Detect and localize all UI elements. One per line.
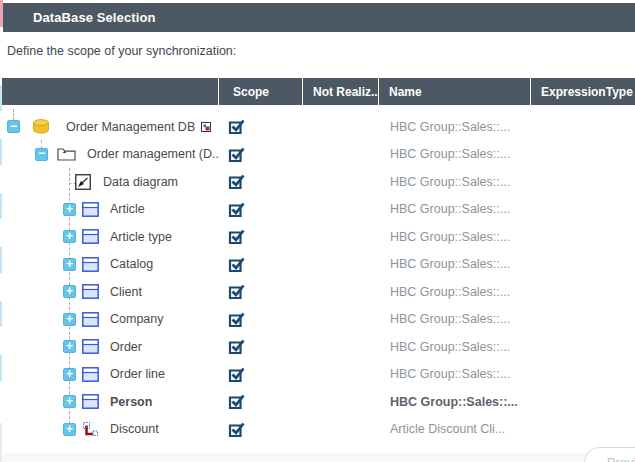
tree-item-label: Order management (D... — [87, 147, 218, 161]
table-icon — [82, 339, 99, 354]
scope-checkbox[interactable] — [228, 366, 245, 383]
expand-expander-icon[interactable] — [63, 203, 76, 216]
tree-row-company[interactable]: Company HBC Group::Sales::... — [2, 306, 635, 334]
expand-expander-icon[interactable] — [63, 313, 76, 326]
tree-item-label: Client — [110, 285, 142, 299]
tree-item-label: Company — [110, 312, 164, 326]
tree-row-order-management-db[interactable]: Order Management DB HBC Group::Sales::..… — [2, 113, 635, 141]
expression-type-cell — [530, 306, 635, 334]
name-cell: HBC Group::Sales::... — [378, 333, 530, 361]
tree-row-client[interactable]: Client HBC Group::Sales::... — [2, 278, 635, 306]
scope-cell — [218, 278, 302, 306]
not-realized-cell — [302, 223, 378, 251]
tree-item-label: Catalog — [110, 257, 153, 271]
tree-item-label: Discount — [110, 422, 159, 436]
scope-checkbox[interactable] — [228, 256, 245, 273]
name-cell: HBC Group::Sales::... — [378, 361, 530, 389]
scope-checkbox[interactable] — [228, 201, 245, 218]
scope-checkbox[interactable] — [228, 421, 245, 438]
tree-row-article[interactable]: Article HBC Group::Sales::... — [2, 196, 635, 224]
scope-checkbox[interactable] — [228, 173, 245, 190]
scope-checkbox[interactable] — [228, 283, 245, 300]
tree-item-label: Data diagram — [103, 175, 178, 189]
dialog-title-bar: DataBase Selection — [3, 3, 635, 32]
tree-cell: Discount — [2, 416, 218, 444]
scope-cell — [218, 388, 302, 416]
expression-type-cell — [530, 278, 635, 306]
view-icon — [82, 421, 99, 437]
expand-expander-icon[interactable] — [63, 395, 76, 408]
scope-checkbox[interactable] — [228, 311, 245, 328]
table-body: Order Management DB HBC Group::Sales::..… — [2, 113, 635, 443]
collapse-expander-icon[interactable] — [35, 148, 48, 161]
name-cell: HBC Group::Sales::... — [378, 223, 530, 251]
expression-type-cell — [530, 361, 635, 389]
tree-row-person[interactable]: Person HBC Group::Sales::... — [2, 388, 635, 416]
expression-type-cell — [530, 333, 635, 361]
tree-cell: Order — [2, 333, 218, 361]
tree-item-label: Order — [110, 340, 142, 354]
name-cell: HBC Group::Sales::... — [378, 251, 530, 279]
tree-cell: Order line — [2, 361, 218, 389]
scope-checkbox[interactable] — [228, 393, 245, 410]
scope-cell — [218, 141, 302, 169]
expression-type-cell — [530, 388, 635, 416]
tree-cell: Catalog — [2, 251, 218, 279]
expand-expander-icon[interactable] — [63, 423, 76, 436]
tree-row-order[interactable]: Order HBC Group::Sales::... — [2, 333, 635, 361]
database-icon — [32, 118, 50, 135]
scope-cell — [218, 416, 302, 444]
model-folder-icon — [57, 146, 76, 162]
name-cell: HBC Group::Sales::... — [378, 196, 530, 224]
not-realized-cell — [302, 251, 378, 279]
background-window-edge — [0, 0, 3, 462]
tree-cell: Article type — [2, 223, 218, 251]
expression-type-cell — [530, 223, 635, 251]
name-cell: Article Discount Cli... — [378, 416, 530, 444]
scope-checkbox[interactable] — [228, 228, 245, 245]
table-icon — [82, 202, 99, 217]
scope-checkbox[interactable] — [228, 146, 245, 163]
expression-type-cell — [530, 113, 635, 141]
tree-row-order-management-model[interactable]: Order management (D... HBC Group::Sales:… — [2, 141, 635, 169]
not-realized-cell — [302, 361, 378, 389]
expand-expander-icon[interactable] — [63, 230, 76, 243]
collapse-expander-icon[interactable] — [7, 120, 20, 133]
previous-button[interactable]: Previous — [584, 447, 635, 462]
expression-type-cell — [530, 196, 635, 224]
tree-cell: Article — [2, 196, 218, 224]
expand-expander-icon[interactable] — [63, 258, 76, 271]
table-icon — [82, 284, 99, 299]
tree-row-article-type[interactable]: Article type HBC Group::Sales::... — [2, 223, 635, 251]
edge-segment — [0, 301, 2, 327]
tree-cell: Data diagram — [2, 168, 218, 196]
edge-segment — [0, 193, 2, 219]
tree-row-data-diagram[interactable]: Data diagram HBC Group::Sales::... — [2, 168, 635, 196]
scope-cell — [218, 306, 302, 334]
name-cell: HBC Group::Sales::... — [378, 278, 530, 306]
scope-cell — [218, 168, 302, 196]
name-cell: HBC Group::Sales::... — [378, 168, 530, 196]
name-cell: HBC Group::Sales::... — [378, 113, 530, 141]
scope-checkbox[interactable] — [228, 118, 245, 135]
tree-item-label: Article type — [110, 230, 172, 244]
tree-row-discount[interactable]: Discount Article Discount Cli... — [2, 416, 635, 444]
tree-row-order-line[interactable]: Order line HBC Group::Sales::... — [2, 361, 635, 389]
diagram-icon — [75, 174, 91, 190]
edge-segment — [0, 423, 2, 462]
not-realized-cell — [302, 388, 378, 416]
scope-checkbox[interactable] — [228, 338, 245, 355]
not-realized-cell — [302, 168, 378, 196]
expand-expander-icon[interactable] — [63, 340, 76, 353]
name-cell: HBC Group::Sales::... — [378, 141, 530, 169]
dialog-title: DataBase Selection — [33, 10, 155, 25]
column-header-scope: Scope — [218, 78, 302, 105]
expand-expander-icon[interactable] — [63, 368, 76, 381]
not-realized-cell — [302, 416, 378, 444]
column-header-not-realized: Not Realiz... — [302, 78, 378, 105]
table-icon — [82, 394, 99, 409]
edge-segment — [0, 355, 2, 381]
tree-row-catalog[interactable]: Catalog HBC Group::Sales::... — [2, 251, 635, 279]
tree-item-label: Person — [110, 395, 152, 409]
expand-expander-icon[interactable] — [63, 285, 76, 298]
